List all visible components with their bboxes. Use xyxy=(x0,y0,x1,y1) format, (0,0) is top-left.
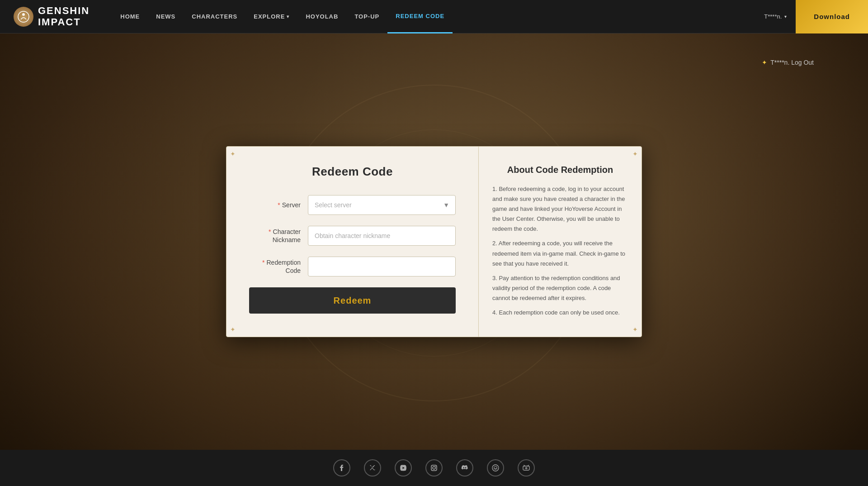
logout-link[interactable]: Log Out xyxy=(791,59,814,66)
instruction-1: 1. Before redeeming a code, log in to yo… xyxy=(492,184,628,234)
logged-in-username: T****n. xyxy=(770,59,789,66)
nav-news[interactable]: NEWS xyxy=(148,0,184,33)
redeem-form-title: Redeem Code xyxy=(249,165,456,179)
chevron-down-icon: ▾ xyxy=(784,14,787,19)
facebook-icon[interactable] xyxy=(333,459,350,476)
server-select-wrapper: Select server Asia Europe North America … xyxy=(308,195,456,215)
star-icon: ✦ xyxy=(762,59,767,66)
required-indicator: * xyxy=(278,201,280,209)
redemption-instructions: 1. Before redeeming a code, log in to yo… xyxy=(492,184,628,318)
nav-right: T****n. ▾ Download xyxy=(755,0,868,33)
instagram-icon[interactable] xyxy=(425,459,443,476)
navbar: GENSHIN IMPACT HOME NEWS CHARACTERS EXPL… xyxy=(0,0,868,33)
svg-point-7 xyxy=(496,467,497,467)
character-nickname-label: *CharacterNickname xyxy=(249,228,308,244)
corner-decoration-tr: ✦ xyxy=(632,150,638,157)
server-select[interactable]: Select server Asia Europe North America … xyxy=(308,195,456,215)
nav-topup[interactable]: TOP-UP xyxy=(346,0,387,33)
svg-point-1 xyxy=(22,13,25,16)
nav-home[interactable]: HOME xyxy=(112,0,148,33)
svg-rect-2 xyxy=(431,465,437,471)
nav-hoyolab[interactable]: HoYoLAB xyxy=(297,0,346,33)
nav-characters[interactable]: CHARACTERS xyxy=(184,0,245,33)
instruction-2: 2. After redeeming a code, you will rece… xyxy=(492,238,628,268)
bilibili-icon[interactable] xyxy=(518,459,535,476)
corner-decoration-bl: ✦ xyxy=(230,326,236,333)
logout-notice: ✦ T****n. Log Out xyxy=(762,59,814,66)
footer xyxy=(0,450,868,486)
about-redemption-panel: About Code Redemption 1. Before redeemin… xyxy=(479,147,642,337)
redeem-form-panel: Redeem Code *Server Select server Asia E… xyxy=(226,147,479,337)
code-field-group: *RedemptionCode 6SP942Z3XVWH xyxy=(249,257,456,276)
nav-explore[interactable]: EXPLORE ▾ xyxy=(245,0,297,33)
svg-point-4 xyxy=(435,466,436,467)
redemption-code-label: *RedemptionCode xyxy=(249,258,308,275)
svg-point-0 xyxy=(18,11,29,22)
redeem-button[interactable]: Redeem xyxy=(249,287,456,314)
download-button[interactable]: Download xyxy=(796,0,868,33)
server-label: *Server xyxy=(249,201,308,209)
main-content: ✦ ✦ Redeem Code *Server Select server As… xyxy=(0,33,868,450)
required-indicator-3: * xyxy=(262,259,264,266)
nav-redeem-code[interactable]: REDEEM CODE xyxy=(387,0,453,33)
logo-link[interactable]: GENSHIN IMPACT xyxy=(0,5,103,27)
redemption-code-input[interactable]: 6SP942Z3XVWH xyxy=(308,257,456,276)
instruction-3: 3. Pay attention to the redemption condi… xyxy=(492,273,628,303)
nickname-field-group: *CharacterNickname xyxy=(249,226,456,246)
svg-point-3 xyxy=(433,467,435,469)
about-redemption-title: About Code Redemption xyxy=(492,165,628,175)
logo-text: GENSHIN IMPACT xyxy=(38,5,90,27)
chevron-down-icon: ▾ xyxy=(287,14,289,19)
twitter-icon[interactable] xyxy=(364,459,381,476)
instruction-4: 4. Each redemption code can only be used… xyxy=(492,308,628,318)
character-nickname-input[interactable] xyxy=(308,226,456,246)
required-indicator-2: * xyxy=(269,228,271,235)
youtube-icon[interactable] xyxy=(395,459,412,476)
reddit-icon[interactable] xyxy=(487,459,504,476)
server-field-group: *Server Select server Asia Europe North … xyxy=(249,195,456,215)
nav-links: HOME NEWS CHARACTERS EXPLORE ▾ HoYoLAB T… xyxy=(112,0,755,33)
redeem-modal: ✦ ✦ Redeem Code *Server Select server As… xyxy=(226,146,642,337)
user-menu[interactable]: T****n. ▾ xyxy=(755,13,796,20)
username-label: T****n. xyxy=(764,13,782,20)
svg-point-5 xyxy=(492,465,499,471)
discord-icon[interactable] xyxy=(456,459,473,476)
logo-icon xyxy=(14,7,33,27)
